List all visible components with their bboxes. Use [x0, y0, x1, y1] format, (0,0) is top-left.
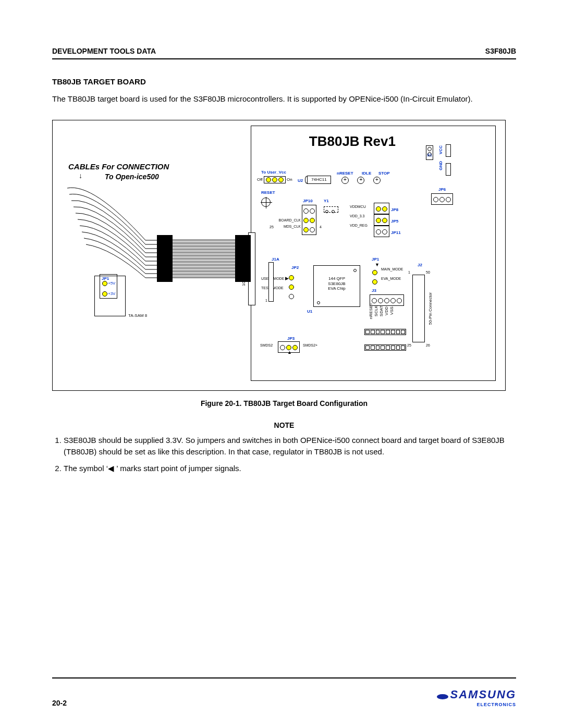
jp10-block: [302, 205, 316, 235]
idle-label: IDLE: [362, 171, 371, 176]
gnd-pad: [446, 163, 451, 176]
y1-label: Y1: [324, 199, 329, 203]
intro-paragraph: The TB80JB target board is used for the …: [52, 93, 516, 104]
page-number: 20-2: [52, 699, 67, 707]
brand-logo: SAMSUNG: [450, 688, 516, 701]
figure-container: TB80JB Rev1 CABLEs For CONNECTION ↓ To O…: [52, 120, 506, 391]
ext-jp1-box: JP1 +5V +3V: [100, 274, 117, 299]
j2-50: 50: [426, 270, 430, 274]
triangle-up-icon: ▲: [287, 350, 292, 355]
vddmcu-label: VDDMCU: [350, 205, 366, 208]
header-right: S3F80JB: [485, 47, 516, 55]
ribbon-connector-icon: [157, 235, 251, 282]
chip-l1: 144 QFP: [314, 276, 360, 281]
reset-label: RESET: [261, 190, 275, 195]
jp5-label: JP5: [391, 219, 398, 224]
j2-1: 1: [408, 270, 410, 274]
j3-label: J3: [372, 288, 376, 293]
note-item: The symbol ‘◀ ’ marks start point of jum…: [64, 463, 516, 474]
tasam-label: TA-SAM 8: [128, 313, 147, 318]
p5v-label: +5V: [108, 281, 115, 286]
jp6-label: JP6: [438, 187, 446, 192]
reset-button-icon: [261, 198, 271, 207]
cables-label: CABLEs For CONNECTION: [68, 162, 169, 171]
conn50-label: 50-Pin Connector: [428, 292, 433, 325]
jp10-label: JP10: [303, 199, 313, 203]
p3v-label: +3V: [108, 291, 115, 296]
ext-jp1-label: JP1: [102, 276, 115, 281]
note-heading: NOTE: [52, 421, 516, 429]
eva-chip: 144 QFP S3E80JB EVA Chip: [313, 265, 360, 307]
j1a-label: J1A: [272, 257, 279, 262]
led-icon: [373, 177, 381, 184]
jp8-label: JP8: [391, 207, 398, 212]
jp6-jumper: [431, 193, 453, 205]
n1-label: 1: [265, 299, 267, 302]
u2-notch-icon: [305, 176, 308, 184]
note-item: S3E80JB should be supplied 3.3V. So jump…: [64, 435, 516, 458]
triangle-down-icon: ▼: [375, 262, 380, 267]
u2-chip: 74HC11: [307, 176, 331, 184]
u1-label: U1: [307, 309, 312, 314]
j2-26: 26: [426, 343, 430, 347]
led-icon: [341, 177, 349, 184]
gnd-label: GND: [438, 161, 443, 170]
j2-connector: [412, 275, 425, 342]
led-icon: [357, 177, 364, 184]
page-footer: 20-2 SAMSUNG ELECTRONICS: [52, 677, 516, 707]
jp8-jumper: [374, 203, 389, 214]
header-strip-2: [364, 344, 406, 351]
mainmode-label: MAIN_MODE: [381, 267, 403, 271]
smds2p-label: SMDS2+: [303, 343, 317, 347]
figure-caption: Figure 20-1. TB80JB Target Board Configu…: [52, 399, 516, 408]
header-strip-1: [364, 329, 406, 335]
svg-point-0: [437, 694, 448, 699]
s1-switch-icon: [426, 145, 433, 160]
j2-25: 25: [407, 343, 411, 347]
brand-block: SAMSUNG ELECTRONICS: [436, 688, 516, 707]
chip-l2: S3E80JB: [314, 281, 360, 287]
note-list: S3E80JB should be supplied 3.3V. So jump…: [52, 435, 516, 474]
y1-crystal-icon: [324, 206, 338, 213]
j2-label: J2: [418, 263, 422, 267]
jp1-right-label: JP1: [372, 257, 379, 262]
jp11-jumper: [374, 226, 389, 237]
page-header: DEVELOPMENT TOOLS DATA S3F80JB: [52, 47, 516, 59]
vddreg-label: VDD_REG: [350, 224, 368, 227]
mdsclk-label: MDS_CLK: [276, 225, 301, 228]
j3-pin-labels: nRESET SCLK SDAT VDD VSS: [369, 303, 394, 319]
header-left: DEVELOPMENT TOOLS DATA: [52, 47, 156, 55]
evamode-label: EVA_MODE: [381, 277, 401, 280]
on-label: On: [287, 177, 292, 182]
nreset-label: nRESET: [337, 171, 353, 176]
jp5-jumper: [374, 214, 389, 226]
n25-label: 25: [270, 225, 274, 229]
chip-l3: EVA Chip: [314, 286, 360, 291]
jp3-label: JP3: [287, 336, 295, 341]
to-user-vcc-label: To User_Vcc: [261, 170, 286, 175]
stop-label: STOP: [378, 171, 390, 176]
vcc-label: VCC: [438, 145, 443, 154]
jp11-label: JP11: [391, 230, 401, 235]
jp1-right-pads: [372, 267, 378, 286]
vcc-pad: [446, 144, 451, 157]
smds2-label: SMDS2: [260, 343, 273, 347]
jp2-label: JP2: [291, 265, 299, 270]
jp2-pads: [288, 273, 295, 301]
off-label: Off: [257, 177, 263, 182]
section-title: TB80JB TARGET BOARD: [52, 77, 516, 86]
boardclk-label: BOARD_CLK: [276, 218, 301, 222]
brand-sub: ELECTRONICS: [476, 702, 516, 707]
samsung-oval-icon: [436, 693, 449, 700]
u2-label: U2: [298, 178, 303, 183]
j1a-connector: [268, 262, 274, 302]
n4-label: 4: [320, 225, 322, 229]
vdd33-label: VDD_3.3: [350, 214, 364, 218]
